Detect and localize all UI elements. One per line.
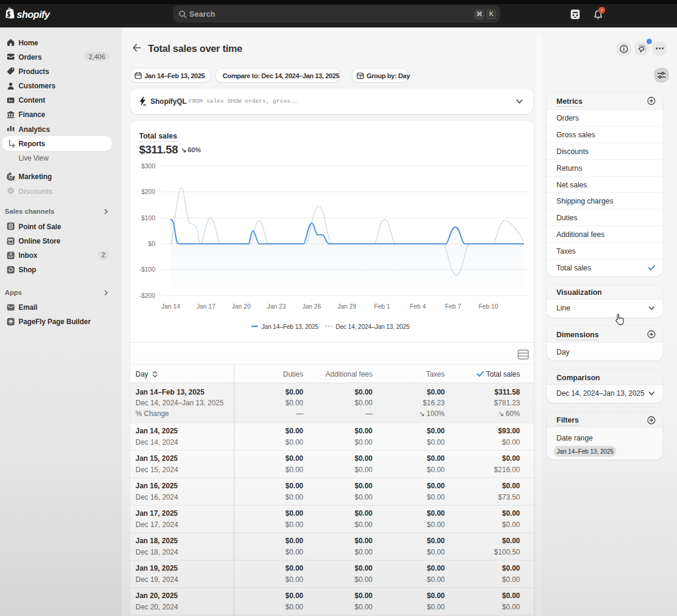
- svg-text:Jan 20: Jan 20: [232, 303, 251, 310]
- svg-text:$100: $100: [141, 214, 156, 221]
- svg-text:Jan 29: Jan 29: [337, 303, 356, 310]
- svg-text:$200: $200: [141, 188, 156, 195]
- svg-text:Feb 1: Feb 1: [374, 303, 390, 310]
- svg-text:Jan 23: Jan 23: [267, 303, 286, 310]
- svg-text:Jan 26: Jan 26: [302, 303, 321, 310]
- svg-text:Jan 14: Jan 14: [161, 303, 180, 310]
- svg-text:-$200: -$200: [139, 292, 155, 299]
- svg-text:S: S: [10, 252, 13, 256]
- svg-text:$0: $0: [148, 240, 155, 247]
- svg-text:-$100: -$100: [139, 266, 155, 273]
- svg-text:Feb 10: Feb 10: [479, 303, 498, 310]
- svg-text:Feb 7: Feb 7: [445, 303, 461, 310]
- svg-text:Dec 14, 2024–Jan 13, 2025: Dec 14, 2024–Jan 13, 2025: [336, 323, 410, 330]
- svg-text:$300: $300: [141, 162, 156, 170]
- svg-text:Feb 4: Feb 4: [410, 303, 426, 310]
- svg-text:Jan 17: Jan 17: [196, 303, 216, 310]
- svg-text:7: 7: [601, 8, 603, 13]
- svg-text:Jan 14–Feb 13, 2025: Jan 14–Feb 13, 2025: [261, 323, 319, 330]
- svg-text:$: $: [10, 224, 12, 228]
